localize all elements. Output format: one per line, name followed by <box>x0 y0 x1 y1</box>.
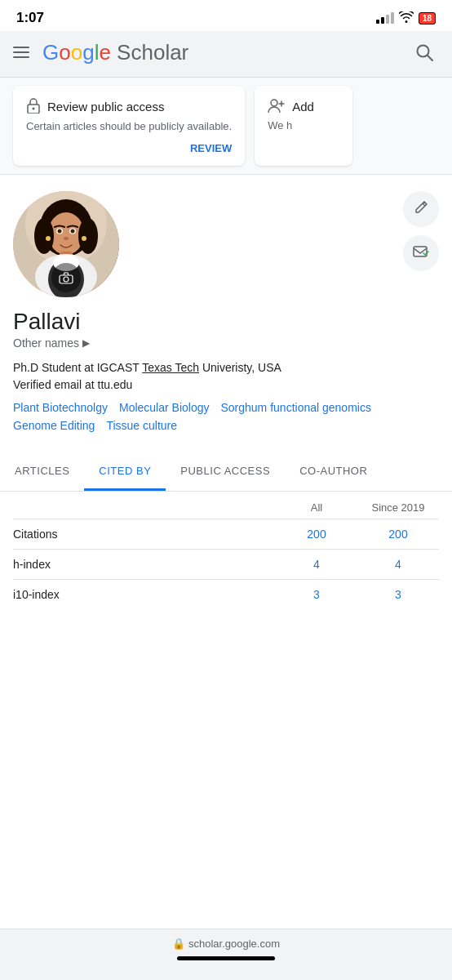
tab-cited-by[interactable]: CITED BY <box>84 453 166 491</box>
email-verified-button[interactable] <box>403 235 439 271</box>
search-button[interactable] <box>410 38 439 67</box>
home-indicator <box>177 956 275 960</box>
other-names-arrow: ▶ <box>82 337 90 349</box>
stats-header: All Since 2019 <box>13 492 439 519</box>
lock-icon <box>26 97 41 116</box>
review-button[interactable]: REVIEW <box>26 142 232 154</box>
svg-point-4 <box>271 100 277 106</box>
avatar-wrapper[interactable] <box>13 191 119 297</box>
pencil-icon <box>414 200 428 219</box>
url-lock-icon: 🔒 <box>172 938 185 950</box>
citations-since[interactable]: 200 <box>357 528 439 541</box>
tag-molecular-bio[interactable]: Molecular Biology <box>119 401 210 414</box>
tab-co-authors[interactable]: CO-AUTHOR <box>285 453 382 491</box>
citations-row: Citations 200 200 <box>13 519 439 549</box>
col-all: All <box>276 501 357 514</box>
profile-top <box>13 191 439 297</box>
svg-point-12 <box>78 218 98 254</box>
status-icons: 18 <box>376 11 436 25</box>
add-card: Add We h <box>255 86 352 166</box>
google-scholar-logo: Google Scholar <box>42 40 188 65</box>
status-time: 1:07 <box>16 10 44 26</box>
svg-point-22 <box>71 229 75 234</box>
add-person-icon <box>268 97 286 116</box>
tag-tissue-culture[interactable]: Tissue culture <box>106 419 177 432</box>
banner-area: Review public access Certain articles sh… <box>0 78 452 175</box>
add-card-sub: We h <box>268 119 339 131</box>
profile-actions <box>403 191 439 271</box>
tabs-section: ARTICLES CITED BY PUBLIC ACCESS CO-AUTHO… <box>0 453 452 492</box>
hindex-all[interactable]: 4 <box>276 558 357 571</box>
svg-point-11 <box>34 218 54 254</box>
battery-indicator: 18 <box>419 12 436 24</box>
profile-section: Pallavi Other names ▶ Ph.D Student at IG… <box>0 175 452 437</box>
i10index-all[interactable]: 3 <box>276 588 357 601</box>
tag-plant-biotech[interactable]: Plant Biotechnolgy <box>13 401 108 414</box>
add-card-title: Add <box>268 97 339 116</box>
wifi-icon <box>399 11 414 25</box>
tag-genome-editing[interactable]: Genome Editing <box>13 419 95 432</box>
col-since: Since 2019 <box>357 501 439 514</box>
tab-articles[interactable]: ARTICLES <box>0 453 84 491</box>
hindex-since[interactable]: 4 <box>357 558 439 571</box>
svg-point-21 <box>58 229 62 234</box>
svg-point-18 <box>82 236 86 241</box>
email-check-icon <box>413 244 429 263</box>
citations-all[interactable]: 200 <box>276 528 357 541</box>
svg-point-25 <box>64 277 69 282</box>
stats-section: All Since 2019 Citations 200 200 h-index… <box>0 492 452 609</box>
hindex-row: h-index 4 4 <box>13 549 439 579</box>
banner-card-subtitle: Certain articles should be publicly avai… <box>26 119 232 134</box>
svg-point-23 <box>64 237 69 240</box>
svg-point-17 <box>46 236 51 241</box>
profile-affiliation: Ph.D Student at IGCAST Texas Tech Univer… <box>13 359 439 376</box>
hindex-label: h-index <box>13 558 276 571</box>
tag-sorghum[interactable]: Sorghum functional genomics <box>220 401 370 414</box>
i10index-label: i10-index <box>13 588 276 601</box>
url-text-content: scholar.google.com <box>188 938 280 950</box>
review-access-card: Review public access Certain articles sh… <box>13 86 245 166</box>
other-names-row[interactable]: Other names ▶ <box>13 336 439 350</box>
svg-point-3 <box>33 108 35 110</box>
header-left: Google Scholar <box>13 40 188 65</box>
menu-button[interactable] <box>13 47 29 58</box>
svg-line-26 <box>423 203 425 206</box>
url-display: 🔒 scholar.google.com <box>172 938 280 950</box>
tab-public-access[interactable]: PUBLIC ACCESS <box>166 453 285 491</box>
banner-card-title: Review public access <box>26 97 232 116</box>
change-photo-button[interactable] <box>51 263 81 292</box>
other-names-label: Other names <box>13 336 79 350</box>
citations-label: Citations <box>13 528 276 541</box>
signal-icon <box>376 12 394 24</box>
i10index-row: i10-index 3 3 <box>13 579 439 609</box>
i10index-since[interactable]: 3 <box>357 588 439 601</box>
profile-name: Pallavi <box>13 309 439 335</box>
profile-email: Verified email at ttu.edu <box>13 378 439 391</box>
status-bar: 1:07 18 <box>0 0 452 31</box>
app-header: Google Scholar <box>0 31 452 78</box>
svg-line-1 <box>428 56 432 60</box>
research-tags: Plant Biotechnolgy Molecular Biology Sor… <box>13 401 439 437</box>
url-bar: 🔒 scholar.google.com <box>0 929 452 980</box>
edit-profile-button[interactable] <box>403 191 439 227</box>
